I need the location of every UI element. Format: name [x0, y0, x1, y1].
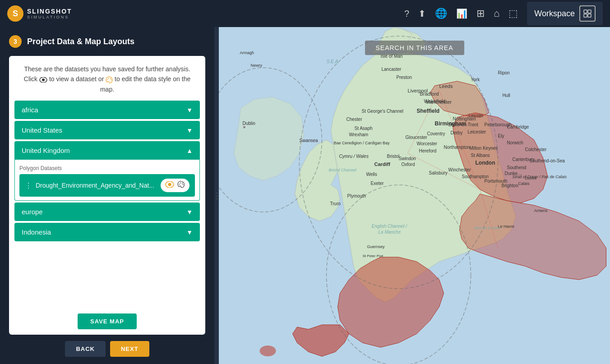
drag-handle-icon[interactable]: ⋮ [25, 181, 32, 190]
svg-text:Gloucester: Gloucester [406, 135, 428, 140]
svg-text:Salisbury: Salisbury [429, 170, 448, 175]
logo-icon: S [7, 5, 23, 22]
workspace-label: Workspace [534, 9, 575, 18]
svg-point-81 [243, 126, 246, 129]
svg-text:Ripon: Ripon [498, 70, 510, 75]
svg-text:Wells: Wells [366, 172, 377, 177]
svg-text:Southend: Southend [507, 165, 527, 170]
svg-text:Colchester: Colchester [525, 147, 547, 152]
svg-point-9 [111, 79, 111, 80]
workspace-panel: Workspace [527, 2, 603, 25]
svg-text:Lancaster: Lancaster [382, 67, 402, 72]
map-search-overlay[interactable]: SEARCH IN THIS AREA [365, 41, 464, 55]
left-panel: 3 Project Data & Map Layouts These are t… [0, 27, 214, 364]
dataset-group-label-united-kingdom: United Kingdom [22, 147, 70, 154]
home-icon[interactable]: ⌂ [494, 8, 499, 19]
bottom-navigation: BACK NEXT [0, 335, 214, 364]
workspace-button[interactable] [579, 5, 596, 22]
logout-icon[interactable]: ⬚ [508, 8, 518, 19]
svg-text:Leicester: Leicester [468, 129, 486, 134]
svg-rect-1 [588, 10, 591, 13]
dataset-group-header-united-states[interactable]: United States ▼ [14, 121, 200, 139]
svg-text:Bristol Channel: Bristol Channel [329, 168, 357, 172]
dataset-name-drought: Drought_Environment_Agency_and_Nat... [36, 182, 157, 189]
resize-handle[interactable]: ⋮ [214, 27, 219, 364]
svg-text:Coventry: Coventry [427, 131, 445, 136]
svg-text:Lincoln: Lincoln [469, 113, 483, 118]
svg-text:Hull: Hull [503, 93, 510, 98]
svg-text:Southampton: Southampton [462, 174, 489, 179]
nav-icons: ? ⬆ 🌐 📊 ⊞ ⌂ ⬚ Workspace [404, 2, 603, 25]
svg-point-14 [182, 183, 183, 184]
workspace-icon [583, 9, 592, 18]
save-map-container: SAVE MAP [9, 308, 205, 335]
svg-text:St Peter Port: St Peter Port [363, 254, 384, 258]
next-button[interactable]: NEXT [110, 341, 149, 357]
svg-text:Derby: Derby [451, 130, 463, 135]
svg-text:Baie de la Seine: Baie de la Seine [475, 226, 501, 230]
dataset-actions-drought [161, 179, 189, 192]
chevron-down-icon-europe: ▼ [186, 208, 193, 216]
map-search-text: SEARCH IN THIS AREA [375, 44, 453, 51]
svg-text:St Asaph: St Asaph [355, 126, 373, 131]
view-dataset-icon[interactable] [165, 181, 174, 189]
svg-text:London: London [476, 160, 495, 166]
svg-text:Northampton: Northampton [444, 145, 470, 150]
dataset-group-header-europe[interactable]: europe ▼ [14, 203, 200, 221]
svg-text:Cardiff: Cardiff [374, 161, 391, 167]
svg-text:Strait of Dover / Pas de Calai: Strait of Dover / Pas de Calais [513, 175, 567, 179]
palette-icon-inline [106, 76, 113, 83]
svg-text:Truro: Truro [330, 201, 341, 206]
svg-text:Newry: Newry [251, 63, 263, 68]
svg-text:Liverpool: Liverpool [408, 88, 428, 93]
svg-point-8 [110, 78, 111, 79]
panel-description: These are the datasets you have saved fo… [9, 56, 205, 99]
help-icon[interactable]: ? [404, 9, 409, 19]
svg-text:Winchester: Winchester [448, 167, 471, 172]
map-area[interactable]: Leeds York Ripon Hull Bradford Wakefield… [219, 27, 610, 364]
svg-text:SEA: SEA [327, 59, 339, 64]
save-map-button[interactable]: SAVE MAP [78, 313, 137, 329]
svg-text:Calais: Calais [518, 181, 530, 186]
main-content: 3 Project Data & Map Layouts These are t… [0, 27, 610, 364]
svg-text:Preston: Preston [397, 75, 412, 80]
svg-text:Swindon: Swindon [399, 156, 416, 161]
svg-text:Leeds: Leeds [439, 83, 453, 89]
svg-text:St George's Channel: St George's Channel [362, 109, 404, 114]
step-title: Project Data & Map Layouts [27, 37, 134, 46]
svg-point-12 [179, 184, 180, 185]
svg-text:York: York [471, 77, 481, 82]
dataset-group-header-africa[interactable]: africa ▼ [14, 101, 200, 119]
svg-text:Bae Ceredigion / Cardigan Bay: Bae Ceredigion / Cardigan Bay [334, 141, 390, 145]
logo: S SLINGSHOT SIMULATIONS [7, 5, 72, 22]
dataset-group-header-indonesia[interactable]: Indonesia ▼ [14, 223, 200, 241]
svg-text:Bristol: Bristol [387, 154, 400, 159]
map-svg: Leeds York Ripon Hull Bradford Wakefield… [219, 27, 610, 364]
dataset-group-header-united-kingdom[interactable]: United Kingdom ▲ [14, 141, 200, 160]
dataset-group-europe: europe ▼ [14, 203, 200, 221]
svg-text:Cymru / Wales: Cymru / Wales [339, 154, 369, 159]
globe-icon[interactable]: 🌐 [435, 8, 447, 19]
svg-text:Guernsey: Guernsey [367, 244, 385, 249]
chart-icon[interactable]: 📊 [456, 8, 467, 19]
polygon-datasets-label: Polygon Datasets [19, 163, 195, 174]
svg-text:Oxford: Oxford [402, 162, 415, 167]
upload-icon[interactable]: ⬆ [418, 8, 426, 19]
back-button[interactable]: BACK [65, 341, 106, 357]
dataset-group-indonesia: Indonesia ▼ [14, 223, 200, 241]
svg-text:Chester: Chester [347, 117, 363, 122]
svg-text:Stoke-on-Trent: Stoke-on-Trent [448, 122, 479, 127]
edit-style-icon[interactable] [177, 180, 185, 190]
map-background: Leeds York Ripon Hull Bradford Wakefield… [219, 27, 610, 364]
svg-text:Norwich: Norwich [507, 140, 523, 145]
svg-point-15 [183, 184, 184, 185]
svg-text:Dunke: Dunke [525, 176, 537, 180]
svg-point-13 [180, 183, 181, 184]
svg-text:Canterbury: Canterbury [513, 157, 535, 162]
dataset-group-label-africa: africa [22, 106, 38, 114]
logo-text: SLINGSHOT SIMULATIONS [27, 8, 72, 20]
panel-card: These are the datasets you have saved fo… [9, 56, 205, 335]
grid-icon[interactable]: ⊞ [476, 8, 485, 19]
svg-point-5 [42, 78, 45, 81]
svg-text:Manchester: Manchester [426, 99, 452, 105]
